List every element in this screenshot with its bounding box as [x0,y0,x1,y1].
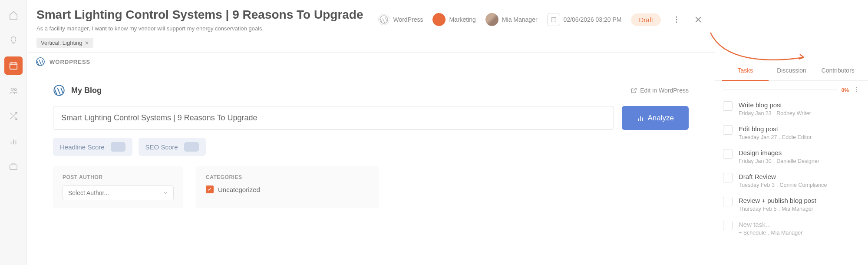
svg-rect-0 [10,63,17,70]
task-checkbox[interactable] [723,173,733,182]
header: Smart Lighting Control Systems | 9 Reaso… [27,0,715,52]
category-label: Uncategorized [218,186,260,193]
tasks-more-icon[interactable] [853,86,860,94]
checkbox-checked-icon[interactable]: ✓ [206,186,214,193]
task-meta: Friday Jan 30Danielle Designer [739,158,860,164]
manager-name: Mia Manager [502,16,538,23]
task-checkbox[interactable] [723,149,733,159]
author-placeholder: Select Author... [68,189,109,196]
headline-score-label: Headline Score [60,143,105,151]
tab-discussion[interactable]: Discussion [769,61,815,80]
categories-box: CATEGORIES ✓ Uncategorized [196,166,379,208]
progress-percent: 0% [842,87,849,93]
svg-point-11 [856,87,857,88]
vertical-tag[interactable]: Vertical: Lighting ✕ [36,38,93,48]
analyze-icon [637,114,644,122]
post-title-input[interactable] [53,106,614,130]
task-title: Edit blog post [739,125,860,132]
chevron-down-icon [163,190,168,195]
tag-label: Vertical: Lighting [41,40,82,46]
author-heading: POST AUTHOR [63,174,174,180]
page-subtitle: As a facility manager, I want to know my… [36,25,705,32]
sidebar-team-icon[interactable] [4,82,23,100]
wordpress-logo-icon [53,84,65,96]
seo-score-box[interactable]: SEO Score [139,138,206,156]
task-item[interactable]: Design imagesFriday Jan 30Danielle Desig… [723,149,860,164]
marketing-label: Marketing [449,16,475,23]
task-meta: Thursday Feb 5Mia Manager [739,206,860,212]
analyze-button[interactable]: Analyze [622,106,689,130]
post-author-box: POST AUTHOR Select Author... [53,166,183,208]
task-item[interactable]: Draft ReviewTuesday Feb 3Connie Complian… [723,173,860,188]
task-item[interactable]: Write blog postFriday Jan 23Rodney Write… [723,101,860,116]
datetime-pill[interactable]: 02/06/2026 03:20 PM [547,13,622,26]
task-checkbox[interactable] [723,221,733,230]
edit-in-wordpress-link[interactable]: Edit in WordPress [630,87,689,94]
blog-title: My Blog [71,86,102,95]
wordpress-pill[interactable]: WordPress [378,14,423,25]
task-title: Draft Review [739,173,860,180]
task-title: Write blog post [739,101,860,109]
category-item[interactable]: ✓ Uncategorized [206,186,369,193]
external-link-icon [630,87,637,94]
manager-pill[interactable]: Mia Manager [485,13,538,26]
task-checkbox[interactable] [723,125,733,135]
close-icon[interactable] [692,13,704,26]
task-item[interactable]: Review + publish blog postThursday Feb 5… [723,197,860,212]
tags-row: Vertical: Lighting ✕ [36,38,705,48]
tab-tasks[interactable]: Tasks [722,61,769,81]
task-item[interactable]: New task...+ ScheduleMia Manager [723,221,860,236]
task-meta: Tuesday Feb 3Connie Compliance [739,182,860,188]
svg-rect-5 [551,17,556,22]
progress-bar [723,89,837,91]
categories-heading: CATEGORIES [206,174,369,180]
sidebar-idea-icon[interactable] [4,31,23,50]
seo-score-label: SEO Score [145,143,178,151]
header-actions: WordPress Marketing Mia Manager 02/06/20… [378,13,704,26]
main-area: Smart Lighting Control Systems | 9 Reaso… [27,0,715,265]
svg-point-13 [856,91,857,92]
wordpress-bar: WORDPRESS [27,52,715,71]
headline-score-box[interactable]: Headline Score [53,138,132,156]
datetime-text: 02/06/2026 03:20 PM [564,16,622,23]
sidebar [0,0,27,265]
task-meta: Friday Jan 23Rodney Writer [739,110,860,116]
headline-score-chip [111,142,125,152]
more-menu-icon[interactable] [670,13,683,26]
content-area: My Blog Edit in WordPress Analyze Headli… [27,71,715,221]
tab-contributors[interactable]: Contributors [815,61,861,80]
progress-row: 0% [715,81,868,99]
task-checkbox[interactable] [723,101,733,111]
marketing-avatar-icon [432,13,446,26]
marketing-pill[interactable]: Marketing [432,13,475,26]
tasks-list: Write blog postFriday Jan 23Rodney Write… [715,99,868,238]
sidebar-analytics-icon[interactable] [4,132,23,150]
tab-bar: Tasks Discussion Contributors [715,61,868,81]
wordpress-bar-label: WORDPRESS [50,59,90,65]
svg-point-4 [380,16,388,23]
sidebar-calendar-icon[interactable] [4,56,23,75]
svg-point-7 [676,19,677,20]
seo-score-chip [184,142,199,152]
task-title: Review + publish blog post [739,197,860,204]
wordpress-label: WordPress [393,16,423,23]
svg-point-2 [14,89,17,91]
sidebar-briefcase-icon[interactable] [4,157,23,176]
wordpress-logo-icon [36,57,45,66]
task-meta: Tuesday Jan 27Eddie Editor [739,134,860,140]
task-title: Design images [739,149,860,156]
svg-rect-3 [10,165,17,169]
svg-point-12 [856,89,857,90]
task-checkbox[interactable] [723,197,733,206]
svg-point-6 [676,17,677,18]
wordpress-icon [378,14,389,25]
status-badge[interactable]: Draft [631,13,661,26]
author-select[interactable]: Select Author... [63,186,174,200]
analyze-label: Analyze [648,114,674,123]
calendar-icon [547,13,560,26]
tag-remove-icon[interactable]: ✕ [85,40,89,46]
sidebar-home-icon[interactable] [4,6,23,24]
sidebar-shuffle-icon[interactable] [4,107,23,125]
task-meta: + ScheduleMia Manager [739,230,860,236]
task-item[interactable]: Edit blog postTuesday Jan 27Eddie Editor [723,125,860,140]
